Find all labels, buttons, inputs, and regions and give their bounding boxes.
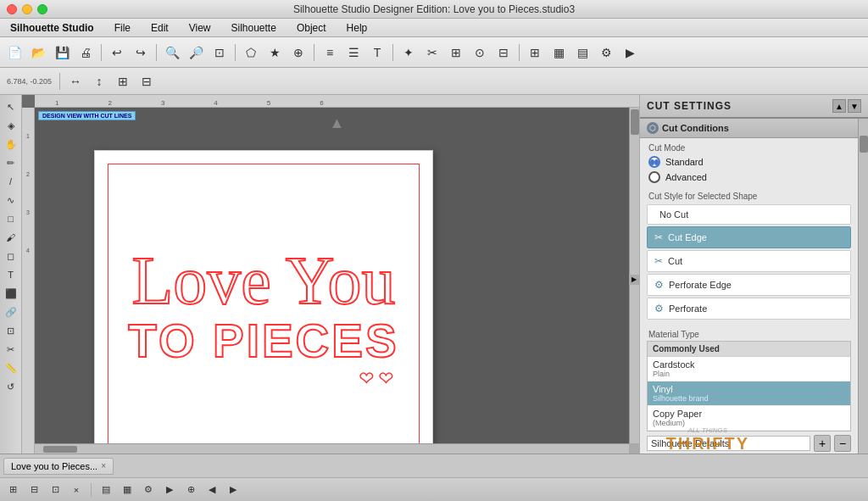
pencil-tool[interactable]: ✏ bbox=[3, 154, 19, 171]
cut-conditions-header[interactable]: ⬡ Cut Conditions bbox=[640, 119, 858, 138]
star-button[interactable]: ★ bbox=[264, 42, 286, 64]
tb2-btn3[interactable]: ⊞ bbox=[112, 70, 134, 92]
weld-button[interactable]: ⊞ bbox=[445, 42, 467, 64]
minimize-button[interactable] bbox=[22, 4, 32, 14]
text-tool[interactable]: T bbox=[3, 266, 19, 283]
hearts-decoration: ❤ ❤ bbox=[359, 368, 393, 388]
perforate-option[interactable]: ⚙ Perforate bbox=[647, 298, 851, 320]
fit-button[interactable]: ⊡ bbox=[209, 42, 231, 64]
add-material-button[interactable]: + bbox=[814, 435, 831, 452]
scrollbar-thumb-vertical[interactable] bbox=[631, 109, 639, 135]
zoom-out-button[interactable]: 🔎 bbox=[185, 42, 207, 64]
bottom-tb-btn9[interactable]: ⊕ bbox=[181, 481, 200, 499]
panel2-button[interactable]: ▤ bbox=[571, 42, 593, 64]
cut-tool[interactable]: ✂ bbox=[3, 341, 19, 358]
bottom-tb-btn6[interactable]: ▦ bbox=[118, 481, 136, 499]
panel-down-button[interactable]: ▼ bbox=[848, 99, 861, 113]
trace-button[interactable]: ⊙ bbox=[469, 42, 491, 64]
copy-paper-sub: (Medium) bbox=[653, 419, 845, 427]
replicate-button[interactable]: ⊟ bbox=[492, 42, 515, 64]
no-cut-label: No Cut bbox=[659, 209, 688, 220]
shapes-button[interactable]: ⬠ bbox=[240, 42, 262, 64]
tb2-btn2[interactable]: ↕ bbox=[88, 70, 110, 92]
panel-scrollbar-thumb[interactable] bbox=[860, 136, 868, 153]
canvas-surface[interactable]: DESIGN VIEW WITH CUT LINES ▲ Love You TO… bbox=[35, 108, 639, 454]
grid-button[interactable]: ⊞ bbox=[524, 42, 546, 64]
standard-radio-row[interactable]: Standard bbox=[648, 156, 849, 168]
align-left-button[interactable]: ≡ bbox=[319, 42, 341, 64]
material-footer: Silhouette Defaults + − bbox=[640, 431, 858, 454]
fill-tool[interactable]: ⬛ bbox=[3, 285, 19, 302]
shape-tool[interactable]: □ bbox=[3, 210, 19, 227]
scroll-right-arrow-icon[interactable]: ▶ bbox=[629, 275, 639, 285]
perforate-edge-option[interactable]: ⚙ Perforate Edge bbox=[647, 274, 851, 296]
bottom-tb-btn4[interactable]: × bbox=[67, 481, 86, 499]
settings-button[interactable]: ⚙ bbox=[595, 42, 617, 64]
bottom-tb-btn10[interactable]: ◀ bbox=[203, 481, 221, 499]
panel1-button[interactable]: ▦ bbox=[548, 42, 570, 64]
bottom-tb-btn5[interactable]: ▤ bbox=[97, 481, 115, 499]
material-vinyl[interactable]: Vinyl Silhouette brand bbox=[648, 381, 850, 406]
no-cut-option[interactable]: No Cut bbox=[647, 204, 851, 225]
tab-love-you-pieces[interactable]: Love you to Pieces... × bbox=[3, 458, 114, 475]
link-tool[interactable]: 🔗 bbox=[3, 303, 19, 320]
tab-close-icon[interactable]: × bbox=[101, 461, 106, 470]
panel-scrollbar[interactable] bbox=[858, 119, 868, 454]
erase-tool[interactable]: ◻ bbox=[3, 248, 19, 264]
crop-tool[interactable]: ⊡ bbox=[3, 322, 19, 339]
undo-button[interactable]: ↩ bbox=[106, 42, 128, 64]
bottom-tb-btn7[interactable]: ⚙ bbox=[139, 481, 158, 499]
bottom-tb-btn11[interactable]: ▶ bbox=[224, 481, 242, 499]
secondary-toolbar: 6.784, -0.205 ↔ ↕ ⊞ ⊟ bbox=[0, 68, 868, 95]
cut-option[interactable]: ✂ Cut bbox=[647, 250, 851, 272]
menu-app-name[interactable]: Silhouette Studio bbox=[7, 20, 97, 36]
align-center-button[interactable]: ☰ bbox=[342, 42, 364, 64]
close-button[interactable] bbox=[7, 4, 17, 14]
bottom-tb-btn3[interactable]: ⊡ bbox=[46, 481, 64, 499]
send-icon-button[interactable]: ▶ bbox=[619, 42, 641, 64]
menu-silhouette[interactable]: Silhouette bbox=[228, 20, 280, 36]
curve-tool[interactable]: ∿ bbox=[3, 192, 19, 209]
new-button[interactable]: 📄 bbox=[3, 42, 25, 64]
bottom-tb-btn1[interactable]: ⊞ bbox=[3, 481, 22, 499]
more-shapes-button[interactable]: ⊕ bbox=[287, 42, 309, 64]
pan-tool[interactable]: ✋ bbox=[3, 136, 19, 153]
menu-object[interactable]: Object bbox=[293, 20, 330, 36]
advanced-radio-row[interactable]: Advanced bbox=[648, 171, 849, 183]
menu-edit[interactable]: Edit bbox=[147, 20, 172, 36]
open-button[interactable]: 📂 bbox=[27, 42, 49, 64]
measure-tool[interactable]: 📏 bbox=[3, 359, 19, 376]
menu-file[interactable]: File bbox=[111, 20, 134, 36]
line-tool[interactable]: / bbox=[3, 173, 19, 190]
material-type-label: Material Type bbox=[640, 326, 858, 341]
knife-button[interactable]: ✂ bbox=[421, 42, 443, 64]
menu-help[interactable]: Help bbox=[343, 20, 371, 36]
tb2-btn4[interactable]: ⊟ bbox=[136, 70, 158, 92]
print-button[interactable]: 🖨 bbox=[75, 42, 97, 64]
bottom-tb-btn8[interactable]: ▶ bbox=[160, 481, 179, 499]
text-button[interactable]: T bbox=[366, 42, 388, 64]
standard-radio[interactable] bbox=[648, 156, 660, 168]
scrollbar-thumb-horizontal[interactable] bbox=[43, 446, 77, 453]
paint-tool[interactable]: 🖌 bbox=[3, 229, 19, 246]
panel-up-button[interactable]: ▲ bbox=[832, 99, 846, 113]
remove-material-button[interactable]: − bbox=[834, 435, 851, 452]
tb2-btn1[interactable]: ↔ bbox=[64, 70, 86, 92]
sync-tool[interactable]: ↺ bbox=[3, 378, 19, 395]
canvas-area[interactable]: 1 2 3 4 5 6 1234 DESIGN VIEW WITH CUT LI… bbox=[22, 95, 639, 454]
cut-edge-option[interactable]: ✂ Cut Edge bbox=[647, 226, 851, 248]
menu-view[interactable]: View bbox=[186, 20, 214, 36]
zoom-in-button[interactable]: 🔍 bbox=[161, 42, 183, 64]
advanced-radio[interactable] bbox=[648, 171, 660, 183]
effects-button[interactable]: ✦ bbox=[398, 42, 420, 64]
bottom-tb-btn2[interactable]: ⊟ bbox=[25, 481, 43, 499]
select-tool[interactable]: ↖ bbox=[3, 98, 19, 115]
node-tool[interactable]: ◈ bbox=[3, 117, 19, 134]
canvas-scrollbar-horizontal[interactable] bbox=[35, 443, 629, 454]
material-copy-paper[interactable]: Copy Paper (Medium) bbox=[648, 406, 850, 431]
material-cardstock[interactable]: Cardstock Plain bbox=[648, 357, 850, 381]
redo-button[interactable]: ↪ bbox=[130, 42, 152, 64]
save-button[interactable]: 💾 bbox=[51, 42, 73, 64]
maximize-button[interactable] bbox=[37, 4, 47, 14]
scroll-up-arrow[interactable]: ▲ bbox=[330, 114, 345, 132]
